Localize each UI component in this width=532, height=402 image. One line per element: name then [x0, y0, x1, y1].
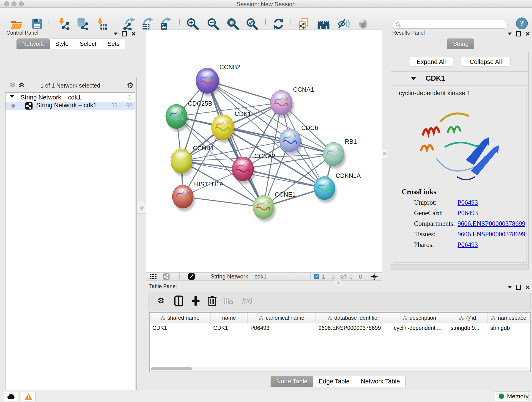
expand-all-networks-icon[interactable]	[9, 82, 17, 88]
table-cell[interactable]: P06493	[248, 323, 316, 332]
panel-menu-icon[interactable]	[114, 32, 118, 35]
network-options-gear-icon[interactable]: ⚙	[127, 81, 133, 89]
results-panel-splitter[interactable]	[382, 148, 387, 158]
table-scrollbar-track[interactable]	[150, 367, 530, 370]
delete-table-icon	[223, 298, 234, 305]
table-scrollbar-thumb[interactable]	[151, 367, 192, 370]
network-node-CDC25B[interactable]	[166, 104, 189, 132]
control-panel-title: Control Panel	[6, 30, 38, 36]
pan-crosshair-icon[interactable]	[370, 273, 378, 280]
protein-card-header[interactable]: CDK1	[391, 71, 528, 85]
string-home-button[interactable]	[316, 17, 331, 32]
warnings-button[interactable]	[21, 392, 36, 401]
zoom-out-button[interactable]	[206, 17, 220, 32]
tab-sets[interactable]: Sets	[102, 38, 125, 49]
column-header-shared-name[interactable]: shared name	[150, 313, 210, 323]
zoom-in-button[interactable]	[185, 17, 200, 32]
network-canvas[interactable]: CCNB2CCNA1CDC25BCDK1CDC6RB1CCNB1CCNA2CDK…	[146, 30, 382, 272]
shared-column-icon	[459, 316, 464, 320]
table-cell[interactable]: 9606.ENSP00000378699	[316, 323, 391, 332]
tab-network-table[interactable]: Network Table	[355, 376, 406, 387]
export-table-button[interactable]	[140, 17, 155, 32]
column-header-id[interactable]: @id	[448, 313, 488, 323]
tab-edge-table[interactable]: Edge Table	[313, 376, 355, 387]
crosslink-row: GeneCard:P06493	[414, 209, 524, 218]
panel-close-icon[interactable]: ✕	[131, 32, 136, 36]
column-header-canonical-name[interactable]: canonical name	[248, 313, 316, 323]
network-node-RB1[interactable]	[323, 142, 346, 169]
network-view-toolbar: String Network – cdk1 ✓ 1 – 0 0 – 0	[146, 272, 382, 281]
selected-checkbox-icon[interactable]: ✓	[314, 274, 319, 279]
zoom-selected-button[interactable]	[245, 17, 259, 32]
crosslink-tissues-link[interactable]: 9606.ENSP00000378699	[457, 230, 525, 238]
network-status-dot-icon	[12, 104, 15, 108]
tab-node-table[interactable]: Node Table	[271, 376, 313, 387]
show-glass-pane-button[interactable]	[356, 17, 370, 32]
delete-column-trash-icon[interactable]	[206, 295, 218, 307]
column-header-namespace[interactable]: namespace	[488, 313, 530, 323]
network-share-icon[interactable]	[163, 274, 170, 280]
network-edge[interactable]	[207, 81, 264, 207]
column-header-database-identifier[interactable]: database identifier	[316, 313, 391, 323]
add-column-icon[interactable]	[190, 295, 201, 307]
panel-menu-icon[interactable]	[508, 286, 512, 288]
network-node-CCNB2[interactable]	[196, 68, 220, 96]
memory-status-button[interactable]: Memory	[495, 391, 529, 401]
crosslink-uniprot-link[interactable]: P06493	[457, 199, 478, 206]
network-node-HIST1H1A[interactable]	[172, 185, 195, 211]
results-scrollbar-track[interactable]	[391, 265, 529, 270]
network-node-CDC6[interactable]	[279, 128, 302, 155]
collapse-all-networks-icon[interactable]	[18, 82, 26, 88]
network-edge-count: 48	[121, 102, 133, 109]
copy-to-clipboard-button[interactable]	[297, 17, 311, 32]
open-view-in-window-icon[interactable]	[188, 273, 195, 280]
crosslink-label: GeneCard:	[414, 209, 443, 217]
table-row[interactable]: CDK1CDK1P064939606.ENSP00000378699cyclin…	[150, 323, 530, 332]
column-header-description[interactable]: description	[391, 313, 448, 323]
panel-close-icon[interactable]: ✕	[525, 32, 530, 36]
network-collection-row[interactable]: String Network – cdk1 1	[6, 94, 135, 102]
network-node-CDK1[interactable]	[211, 115, 235, 143]
network-node-CCNA2[interactable]	[232, 157, 255, 184]
refresh-network-button[interactable]	[271, 17, 286, 32]
tab-select[interactable]: Select	[74, 38, 102, 49]
expand-all-button[interactable]: Expand All	[409, 57, 453, 66]
table-cell[interactable]: cyclin-dependent ...	[391, 323, 448, 332]
panel-float-icon[interactable]	[122, 31, 127, 36]
crosslink-row: Uniprot:P06493	[414, 199, 524, 208]
tree-expander-icon[interactable]	[10, 95, 14, 98]
crosslink-compartments-link[interactable]: 9606.ENSP00000378699	[457, 220, 525, 227]
zoom-fit-button[interactable]	[225, 17, 240, 32]
control-panel-splitter[interactable]	[137, 202, 146, 214]
results-panel-title: Results Panel	[392, 30, 425, 36]
network-node-CCNE1[interactable]	[253, 195, 276, 222]
panel-float-icon[interactable]	[516, 31, 521, 36]
collapse-all-button[interactable]: Collapse All	[461, 57, 510, 66]
table-cell[interactable]: CDK1	[150, 323, 210, 332]
cloud-status-button[interactable]	[4, 392, 19, 401]
panel-float-icon[interactable]	[516, 285, 521, 290]
panel-menu-icon[interactable]	[508, 32, 512, 35]
table-cell[interactable]: CDK1	[210, 323, 248, 332]
table-cell[interactable]: stringdb:9...	[448, 323, 488, 332]
collapse-card-icon[interactable]	[411, 77, 416, 80]
crosslink-pharos-link[interactable]: P06493	[457, 241, 478, 249]
hide-glass-pane-button[interactable]	[336, 17, 351, 32]
network-edge[interactable]	[183, 197, 264, 207]
crosslink-genecard-link[interactable]: P06493	[457, 209, 478, 217]
table-cell[interactable]: stringdb	[488, 323, 530, 332]
column-header-name[interactable]: name	[210, 313, 248, 323]
node-label-CCNB2: CCNB2	[220, 64, 241, 70]
network-node-CDKN1A[interactable]	[314, 177, 336, 203]
network-row[interactable]: String Network – cdk1 11 48	[6, 102, 135, 110]
table-options-gear-icon[interactable]: ⚙	[157, 297, 164, 304]
birds-eye-grid-icon[interactable]	[150, 274, 158, 280]
network-edges	[177, 81, 334, 207]
tab-string[interactable]: String	[447, 38, 474, 49]
network-node-CCNA1[interactable]	[270, 90, 294, 118]
tab-style[interactable]: Style	[50, 38, 74, 49]
show-columns-icon[interactable]	[173, 295, 184, 307]
panel-close-icon[interactable]: ✕	[525, 285, 530, 290]
tab-network[interactable]: Network	[17, 38, 50, 49]
export-image-button[interactable]	[158, 17, 172, 32]
